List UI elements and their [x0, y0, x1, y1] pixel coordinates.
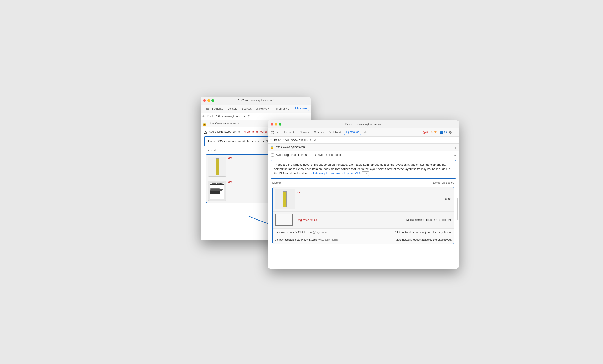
tab-sources-front[interactable]: Sources	[313, 130, 326, 135]
info-badge-front: 🟦 75	[439, 131, 448, 134]
device-icon[interactable]: ▭	[206, 106, 209, 111]
table-front: Element Layout shift score div 0.021	[271, 180, 456, 244]
audit-count-front: 6 layout shifts found	[315, 153, 341, 157]
net1-label-text: ...css/web-fonts.7705b21....css	[275, 231, 312, 234]
address-bar-front: + 10:39:13 AM - www.nytimes. ▼ ⊘	[268, 136, 459, 144]
no-throttling-icon-front[interactable]: ⊘	[313, 138, 316, 142]
row-label-2-back: div	[228, 181, 232, 184]
net2-desc-text: A late network request adjusted the page…	[395, 238, 452, 242]
table-row-1-front: div 0.021	[273, 187, 454, 211]
security-warning-icon-front: 🔒	[270, 145, 274, 149]
warning-icon-network-front: ⚠	[329, 131, 331, 134]
security-warning-icon-back: 🔒	[202, 122, 207, 126]
url-bar-front: 🔒 https://www.nytimes.com/ ⋮	[268, 144, 459, 151]
tab-lighthouse-back[interactable]: Lighthouse	[292, 106, 309, 111]
tab-network-back[interactable]: ⚠ Network	[255, 106, 271, 111]
tab-console-back[interactable]: Console	[226, 106, 239, 111]
close-button-front[interactable]	[271, 123, 273, 125]
cls-badge: CLS	[361, 171, 369, 176]
error-icon-front: 🚫	[423, 131, 426, 134]
audit-count-back: — 5 elements found	[241, 130, 267, 133]
circle-icon-front	[271, 153, 274, 157]
net2-source-text: (www.nytimes.com)	[318, 239, 339, 241]
table-row-group-front: div 0.021 img.css-o9w048 Media element l…	[272, 187, 454, 244]
net-label-2: ...static-assets/global-f449cfd....css (…	[275, 238, 339, 241]
minimize-button-front[interactable]	[275, 123, 277, 125]
net-row-2-front: ...static-assets/global-f449cfd....css (…	[273, 236, 454, 244]
audit-row-header-front[interactable]: Avoid large layout shifts — 6 layout shi…	[268, 151, 459, 159]
minimize-button-back[interactable]	[207, 99, 210, 102]
window-title-front: DevTools - www.nytimes.com/	[345, 123, 381, 126]
more-menu-front[interactable]: ⋮	[453, 130, 457, 135]
tab-elements-back[interactable]: Elements	[210, 106, 225, 111]
windowing-link[interactable]: windowing	[311, 172, 325, 175]
tab-lighthouse-front[interactable]: Lighthouse	[344, 130, 361, 135]
img-css-desc: Media element lacking an explicit size	[406, 218, 452, 222]
collapse-button-front[interactable]: ∧	[454, 153, 456, 157]
col-element-header-front: Element	[272, 181, 421, 184]
net1-source-text: (g1.nyt.com)	[313, 231, 326, 234]
row-thumb-1-back	[208, 157, 226, 177]
tab-sources-back[interactable]: Sources	[240, 106, 254, 111]
title-bar-back: DevTools - www.nytimes.com/	[200, 97, 311, 105]
caret-icon-front[interactable]: ▼	[310, 139, 312, 141]
warning-icon-badge-front: ⚠	[430, 131, 433, 134]
gear-icon-front[interactable]: ⚙	[449, 130, 452, 135]
devtools-window-front: DevTools - www.nytimes.com/ ⬚ ▭ Elements…	[268, 120, 459, 269]
address-bar-back: + 10:41:57 AM - www.nytimes.c ▼ ⊘	[200, 113, 311, 120]
tab-network-front[interactable]: ⚠ Network	[327, 130, 343, 135]
maximize-button-back[interactable]	[211, 99, 214, 102]
row-thumb-2-back: The New York Times	[208, 181, 226, 201]
col-score-header-front: Layout shift score	[421, 181, 454, 184]
audit-warning-icon-back: ⚠	[204, 130, 207, 135]
newspaper-thumbnail-back: The New York Times	[210, 182, 224, 199]
no-throttling-icon-back[interactable]: ⊘	[247, 114, 250, 118]
info-icon-front: 🟦	[440, 131, 443, 134]
scrollbar-front[interactable]	[457, 198, 458, 220]
inspect-icon-front[interactable]: ⬚	[270, 130, 275, 135]
maximize-button-front[interactable]	[279, 123, 281, 125]
session-time-back: 10:41:57 AM - www.nytimes.c	[206, 115, 242, 118]
caret-icon-back[interactable]: ▼	[244, 115, 246, 118]
error-badge-front: 🚫 3	[422, 131, 429, 134]
audit-title-front: Avoid large layout shifts	[276, 153, 307, 157]
tab-performance-back[interactable]: Performance	[272, 106, 291, 111]
net-row-1-front: ...css/web-fonts.7705b21....css (g1.nyt.…	[273, 228, 454, 236]
toolbar-back: ⬚ ▭ Elements Console Sources ⚠ Network P…	[200, 105, 311, 113]
table-header-front: Element Layout shift score	[271, 180, 456, 185]
device-icon-front[interactable]: ▭	[276, 130, 281, 135]
session-time-front: 10:39:13 AM - www.nytimes.	[274, 138, 308, 141]
more-tabs-front[interactable]: >>	[362, 130, 369, 135]
inspect-icon[interactable]: ⬚	[202, 106, 205, 111]
new-session-icon-back[interactable]: +	[202, 114, 205, 119]
content-front: Avoid large layout shifts — 6 layout shi…	[268, 151, 459, 268]
traffic-lights-front	[271, 123, 281, 125]
row-label-1-back: div	[228, 157, 232, 160]
net2-label-text: ...static-assets/global-f449cfd....css	[275, 238, 317, 241]
warning-badge-front: ⚠ 219	[430, 131, 438, 134]
audit-title-back: Avoid large layout shifts	[209, 130, 240, 133]
net-label-1: ...css/web-fonts.7705b21....css (g1.nyt.…	[275, 230, 327, 234]
window-title-back: DevTools - www.nytimes.com/	[238, 99, 273, 102]
sub-row-2-front: img.css-o9w048 Media element lacking an …	[273, 211, 454, 228]
row-thumb-1-front	[275, 189, 295, 209]
row-score-1-front: 0.021	[445, 198, 452, 201]
toolbar-front: ⬚ ▭ Elements Console Sources ⚠ Network L…	[268, 128, 459, 136]
url-text-front[interactable]: https://www.nytimes.com/	[276, 146, 452, 149]
traffic-lights-back	[203, 99, 214, 102]
row-label-1-front: div	[297, 191, 301, 194]
tab-console-front[interactable]: Console	[298, 130, 312, 135]
img-css-thumb	[275, 214, 293, 226]
more-tabs-back[interactable]: >>	[310, 106, 310, 111]
url-more-button-front[interactable]: ⋮	[453, 145, 457, 149]
close-button-back[interactable]	[203, 99, 206, 102]
title-bar-front: DevTools - www.nytimes.com/	[268, 120, 459, 128]
audit-dash-front: —	[310, 153, 313, 157]
warning-icon-network-back: ⚠	[256, 107, 259, 110]
img-css-label: img.css-o9w048	[298, 218, 317, 222]
tab-elements-front[interactable]: Elements	[282, 130, 297, 135]
description-box-front: These are the largest layout shifts obse…	[271, 160, 456, 179]
learn-cls-link[interactable]: Learn how to improve CLS	[326, 172, 361, 175]
net1-desc-text: A late network request adjusted the page…	[395, 230, 452, 234]
new-session-icon-front[interactable]: +	[270, 138, 272, 142]
